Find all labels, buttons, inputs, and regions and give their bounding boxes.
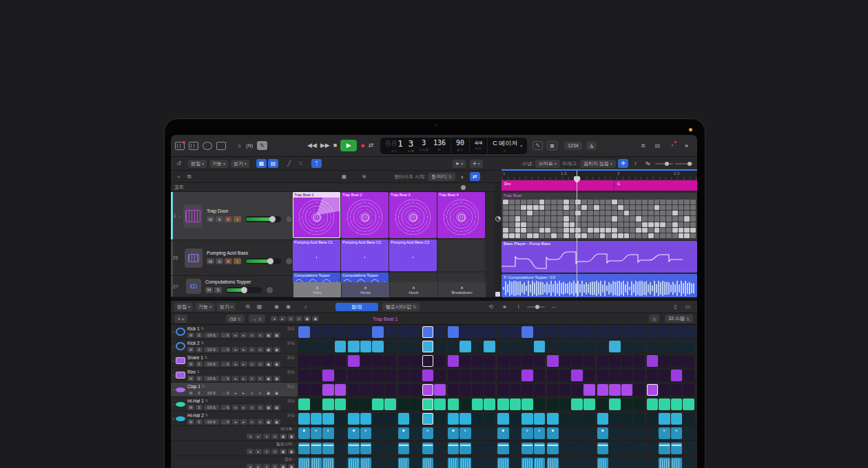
step-cell[interactable]: [597, 355, 609, 367]
step-cell[interactable]: [671, 458, 683, 468]
step-cell[interactable]: [621, 355, 633, 367]
horizontal-zoom-slider[interactable]: [675, 163, 693, 164]
step-cell[interactable]: [633, 398, 645, 410]
step-cell[interactable]: [671, 413, 683, 425]
subrow-header[interactable]: 찬스 :◂▸∨∧▣▣: [171, 456, 298, 468]
row-mute-button[interactable]: M: [187, 361, 194, 367]
step-cell[interactable]: [311, 341, 322, 352]
step-cell[interactable]: [422, 413, 434, 425]
row-rate-select[interactable]: /16 ⇅: [204, 361, 219, 367]
step-cell[interactable]: [647, 398, 659, 410]
row-clear-icon[interactable]: ▣: [265, 390, 272, 396]
pencil-tool-button[interactable]: ✎: [257, 141, 267, 150]
step-cell[interactable]: [621, 398, 633, 410]
subrow-ctl-icon[interactable]: ▣: [288, 464, 295, 468]
step-cell[interactable]: [497, 458, 509, 468]
step-cell[interactable]: [547, 355, 559, 367]
step-cell[interactable]: [659, 384, 670, 396]
row-random-icon[interactable]: ▣: [273, 419, 280, 425]
step-cell[interactable]: [422, 458, 434, 468]
subrow-ctl-icon[interactable]: ▣: [280, 464, 287, 468]
step-cell[interactable]: [398, 398, 410, 410]
row-rate-select[interactable]: /16 ⇅: [204, 419, 219, 425]
step-cell[interactable]: [298, 384, 310, 396]
row-playmode-select[interactable]: → ⇅: [220, 376, 231, 381]
step-cell[interactable]: ▸: [659, 427, 670, 439]
step-cell[interactable]: [322, 443, 334, 454]
step-cell[interactable]: [659, 370, 670, 381]
step-cell[interactable]: [384, 326, 396, 338]
step-cell[interactable]: ◆: [298, 427, 310, 439]
row-playmode-select[interactable]: → ⇅: [220, 390, 231, 396]
row-disclosure-icon[interactable]: ›: [171, 373, 176, 377]
step-cell[interactable]: [647, 370, 659, 381]
step-cell[interactable]: [647, 384, 659, 396]
chord-strip[interactable]: Dm C: [502, 180, 697, 191]
step-cell[interactable]: [459, 384, 471, 396]
step-cell[interactable]: [410, 427, 422, 439]
subrow-ctl-icon[interactable]: ∧: [271, 449, 278, 454]
step-cell[interactable]: [322, 398, 334, 410]
step-cell[interactable]: [571, 443, 583, 454]
crossfade-icon[interactable]: ◐: [457, 172, 468, 181]
step-cell[interactable]: [484, 370, 495, 381]
mixer-icon[interactable]: [189, 142, 198, 150]
cell-queue-icon[interactable]: [495, 216, 501, 222]
row-updown-icon[interactable]: ⇅: [202, 384, 205, 388]
text-tool-icon[interactable]: I: [630, 159, 641, 168]
ibeam-icon[interactable]: I: [513, 302, 524, 311]
step-cell[interactable]: [311, 413, 322, 425]
step-cell[interactable]: [372, 427, 384, 439]
pan-knob[interactable]: [285, 215, 293, 223]
step-cell[interactable]: [322, 458, 334, 468]
track-instrument-icon[interactable]: [185, 248, 203, 268]
row-playmode-select[interactable]: → ⇅: [220, 347, 231, 352]
lcd-position[interactable]: 001마디 3비트 3디비전 136틱: [380, 138, 451, 154]
step-cell[interactable]: [497, 370, 509, 381]
scissors-icon[interactable]: ⤫: [296, 159, 306, 168]
octave-up-icon[interactable]: ∧: [296, 316, 302, 321]
subrow-header[interactable]: 게이트 :◂▸∨∧▣▣: [171, 426, 298, 441]
step-cell[interactable]: [448, 370, 459, 381]
step-cell[interactable]: [472, 443, 484, 454]
step-cell[interactable]: [472, 355, 484, 367]
step-cell[interactable]: [448, 384, 459, 396]
step-cell[interactable]: ▸: [521, 427, 533, 439]
step-cell[interactable]: [372, 398, 384, 410]
row-up-icon[interactable]: ∧: [257, 419, 264, 425]
row-random-icon[interactable]: ▣: [273, 332, 280, 338]
library-icon[interactable]: [175, 142, 185, 150]
row-solo-button[interactable]: S: [196, 376, 203, 381]
row-down-icon[interactable]: ∨: [249, 332, 256, 338]
step-cell[interactable]: [671, 341, 683, 352]
step-cell[interactable]: [571, 458, 583, 468]
step-cell[interactable]: [559, 370, 571, 381]
step-cell[interactable]: [360, 413, 372, 425]
step-cell[interactable]: [360, 370, 372, 381]
step-cell[interactable]: [559, 443, 571, 454]
step-cell[interactable]: [410, 384, 422, 396]
step-cell[interactable]: [609, 443, 621, 454]
scene-trigger-verse[interactable]: ∧Verse: [342, 282, 389, 297]
row-disclosure-icon[interactable]: ›: [171, 387, 176, 392]
row-down-icon[interactable]: ∨: [249, 419, 256, 425]
step-cell[interactable]: [372, 355, 384, 367]
subrow-ctl-icon[interactable]: ∨: [263, 449, 270, 454]
mute-button[interactable]: M: [207, 216, 214, 222]
step-cell[interactable]: [311, 326, 322, 338]
row-mute-button[interactable]: M: [187, 405, 194, 410]
step-cell[interactable]: [459, 326, 471, 338]
step-cell[interactable]: [434, 398, 446, 410]
clear-row-icon[interactable]: ▣: [304, 316, 311, 321]
step-cell[interactable]: [422, 341, 434, 352]
step-cell[interactable]: [521, 413, 533, 425]
row-down-icon[interactable]: ∨: [249, 347, 256, 352]
step-cell[interactable]: [298, 355, 310, 367]
step-cell[interactable]: [448, 398, 459, 410]
step-cell[interactable]: ▸: [534, 427, 546, 439]
step-cell[interactable]: [583, 443, 595, 454]
step-cell[interactable]: [583, 384, 595, 396]
step-cell[interactable]: [484, 355, 495, 367]
step-cell[interactable]: [583, 370, 595, 381]
scene-trigger-hook[interactable]: ∧Hook: [390, 282, 437, 297]
